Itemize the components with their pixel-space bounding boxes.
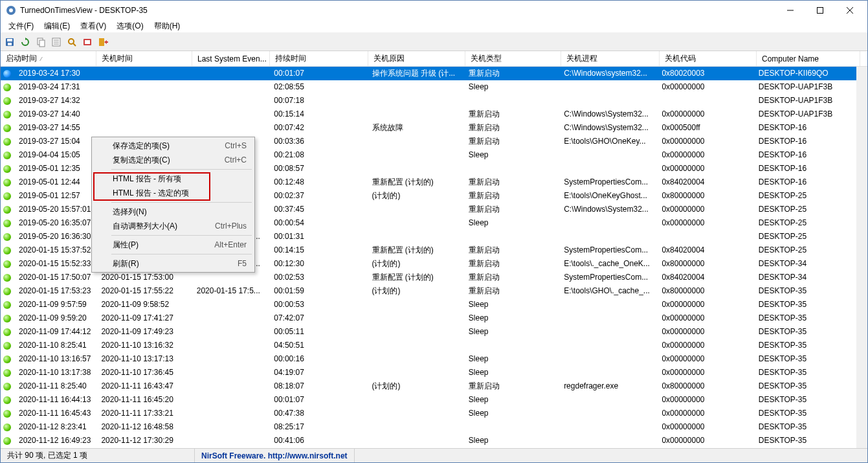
context-menu-item[interactable]: 选择列(N)	[93, 205, 253, 219]
cell	[367, 434, 463, 447]
minimize-button[interactable]	[775, 1, 805, 20]
table-row[interactable]: 2019-03-24 17:3102:08:55Sleep0x00000000D…	[1, 80, 856, 94]
table-row[interactable]: 2020-11-10 13:17:382020-11-10 17:36:4504…	[1, 366, 856, 379]
table-row[interactable]: 2019-03-27 14:5500:07:42系统故障重新启动C:\Windo…	[1, 121, 856, 135]
cell: Sleep	[463, 311, 559, 325]
cell: 2019-03-24 17:30	[14, 67, 96, 80]
cell: 2019-03-27 15:04	[14, 135, 96, 148]
context-menu-item[interactable]: HTML 报告 - 所有项	[93, 172, 253, 186]
status-dot-icon	[3, 342, 11, 350]
status-link[interactable]: NirSoft Freeware. http://www.nirsoft.net	[195, 449, 355, 462]
table-row[interactable]: 2020-01-15 17:50:072020-01-15 17:53:0000…	[1, 271, 856, 284]
table-row[interactable]: 2019-03-27 14:4000:15:14重新启动C:\Windows\S…	[1, 107, 856, 121]
column-header[interactable]: 关机类型	[465, 51, 561, 66]
cell: (计划的)	[367, 189, 463, 203]
table-row[interactable]: 2019-03-27 14:3200:07:18DESKTOP-UAP1F3B	[1, 94, 856, 107]
table-row[interactable]: 2020-11-12 8:23:412020-11-12 16:48:5808:…	[1, 420, 856, 434]
status-dot-icon	[3, 383, 11, 390]
refresh-icon[interactable]	[19, 36, 32, 49]
table-row[interactable]: 2020-11-11 16:44:132020-11-11 16:45:2000…	[1, 393, 856, 407]
column-header[interactable]: 启动时间⁄	[1, 51, 96, 66]
cell	[559, 94, 656, 107]
table-row[interactable]: 2020-11-09 9:59:202020-11-09 17:41:2707:…	[1, 311, 856, 325]
cell: 0x00000000	[656, 325, 753, 339]
context-menu-item[interactable]: 复制选定的项(C)Ctrl+C	[93, 153, 253, 167]
context-menu-item[interactable]: 自动调整列大小(A)Ctrl+Plus	[93, 219, 253, 233]
svg-line-16	[73, 43, 76, 46]
status-dot-icon	[3, 84, 11, 91]
table-row[interactable]: 2020-11-09 17:44:122020-11-09 17:49:2300…	[1, 325, 856, 339]
cell	[192, 271, 269, 284]
table-row[interactable]: 2020-11-12 16:49:232020-11-12 17:30:2900…	[1, 434, 856, 447]
cell: 2020-11-11 16:45:43	[14, 407, 96, 420]
cell	[367, 352, 463, 366]
menu-4[interactable]: 帮助(H)	[149, 19, 186, 33]
cell	[367, 216, 463, 230]
app-icon	[6, 5, 16, 16]
column-header[interactable]: 关机代码	[660, 51, 757, 66]
column-header[interactable]: 关机时间	[96, 51, 192, 66]
maximize-button[interactable]	[805, 1, 835, 20]
context-menu-item[interactable]: HTML 报告 - 选定的项	[93, 186, 253, 200]
cell: 00:41:06	[269, 434, 366, 447]
column-header[interactable]: 关机进程	[561, 51, 660, 66]
cell: E:\tools\._cache_OneK...	[559, 257, 656, 271]
exit-icon[interactable]	[96, 36, 109, 49]
cell: 0x00000000	[656, 420, 753, 434]
properties-icon[interactable]	[50, 36, 63, 49]
cell: 2020-01-15 15:37:52	[14, 243, 96, 257]
table-row[interactable]: 2019-03-24 17:3000:01:07操作系统问题 升级 (计...重…	[1, 67, 856, 80]
menu-separator	[111, 235, 252, 236]
cell: 2019-05-01 12:35	[14, 162, 96, 175]
table-row[interactable]: 2020-11-11 16:45:432020-11-11 17:33:2100…	[1, 407, 856, 420]
column-header[interactable]: 关机原因	[368, 51, 465, 66]
cell: 0x00000000	[656, 80, 753, 94]
cell: SystemPropertiesCom...	[559, 243, 656, 257]
cell: Sleep	[463, 352, 559, 366]
menu-1[interactable]: 编辑(E)	[39, 19, 75, 33]
status-count: 共计 90 项, 已选定 1 项	[1, 449, 195, 462]
cell	[559, 352, 656, 366]
cell	[192, 366, 269, 379]
cell: 0x00000000	[656, 311, 753, 325]
menu-0[interactable]: 文件(F)	[3, 19, 39, 33]
find-icon[interactable]	[65, 36, 78, 49]
table-row[interactable]: 2020-01-15 17:53:232020-01-15 17:55:2220…	[1, 284, 856, 298]
cell: 2019-03-27 14:32	[14, 94, 96, 107]
column-header[interactable]: Computer Name	[757, 51, 860, 66]
table-row[interactable]: 2020-11-10 13:16:572020-11-10 13:17:1300…	[1, 352, 856, 366]
save-icon[interactable]	[3, 36, 16, 49]
cell: 重新启动	[463, 243, 559, 257]
cell: E:\tools\GHO\._cache_...	[559, 284, 656, 298]
cell	[559, 393, 656, 407]
menu-2[interactable]: 查看(V)	[75, 19, 111, 33]
options-icon[interactable]	[81, 36, 94, 49]
cell: 2020-01-15 17:55:22	[96, 284, 191, 298]
close-button[interactable]	[835, 1, 865, 20]
context-menu-item[interactable]: 刷新(R)F5	[93, 256, 253, 271]
context-menu-item[interactable]: 保存选定的项(S)Ctrl+S	[93, 139, 253, 153]
cell: 08:25:17	[269, 420, 366, 434]
cell: 2020-11-12 17:30:29	[96, 434, 191, 447]
cell	[559, 420, 656, 434]
cell: 0x000500ff	[656, 121, 753, 135]
cell: 0x00000000	[656, 107, 753, 121]
cell: DESKTOP-UAP1F3B	[753, 107, 856, 121]
copy-icon[interactable]	[34, 36, 47, 49]
table-row[interactable]: 2020-11-10 8:25:412020-11-10 13:16:3204:…	[1, 339, 856, 352]
cell: 2020-11-10 13:16:57	[14, 352, 96, 366]
cell: DESKTOP-35	[753, 379, 856, 393]
context-menu-item[interactable]: 属性(P)Alt+Enter	[93, 238, 253, 252]
column-header[interactable]: 持续时间	[270, 51, 368, 66]
table-row[interactable]: 2020-11-09 9:57:592020-11-09 9:58:5200:0…	[1, 298, 856, 311]
vertical-scrollbar[interactable]	[856, 67, 867, 448]
table-row[interactable]: 2020-11-11 8:25:402020-11-11 16:43:4708:…	[1, 379, 856, 393]
menu-3[interactable]: 选项(O)	[111, 19, 148, 33]
cell: DESKTOP-35	[753, 407, 856, 420]
context-menu: 保存选定的项(S)Ctrl+S复制选定的项(C)Ctrl+CHTML 报告 - …	[91, 137, 255, 273]
column-header[interactable]: Last System Even...	[192, 51, 270, 66]
menu-separator	[111, 202, 252, 203]
status-dot-icon	[3, 356, 11, 363]
cell: 重新启动	[463, 135, 559, 148]
cell: 2020-11-11 17:33:21	[96, 407, 191, 420]
